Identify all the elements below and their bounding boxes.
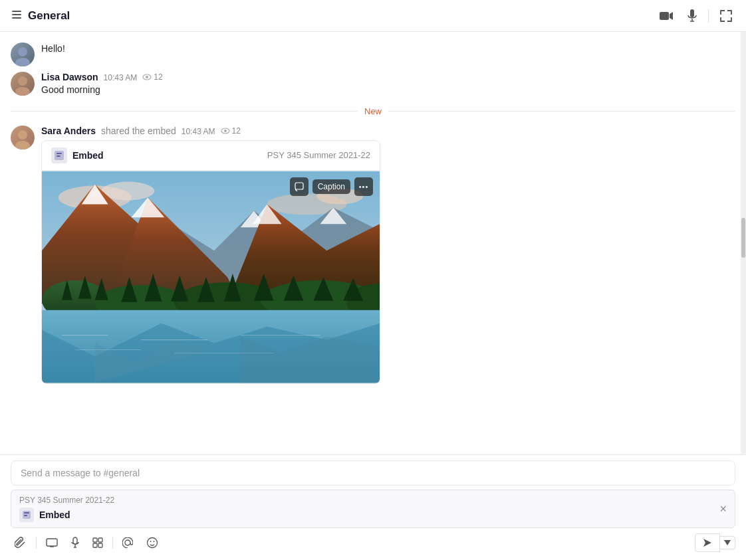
new-label: New [358, 106, 388, 116]
svg-rect-3 [660, 12, 669, 20]
svg-marker-82 [724, 540, 731, 545]
message-text: Good morning [41, 84, 735, 97]
svg-rect-74 [98, 538, 102, 542]
page-title: General [28, 9, 70, 23]
svg-rect-62 [295, 183, 303, 189]
toolbar-right [695, 533, 735, 552]
new-messages-divider: New [11, 106, 735, 116]
svg-point-80 [154, 541, 155, 542]
header-actions [656, 6, 735, 26]
svg-rect-75 [93, 543, 97, 547]
shared-label: shared the embed [101, 126, 176, 136]
svg-point-17 [224, 130, 227, 132]
list-item: Hello! [0, 40, 746, 69]
screen-button[interactable] [42, 535, 62, 550]
comment-button[interactable] [290, 177, 309, 196]
svg-rect-66 [24, 515, 27, 516]
embed-preview-title: Embed [39, 510, 70, 520]
message-content: Lisa Dawson 10:43 AM 12 Good morning [41, 72, 735, 97]
header-left: General [11, 9, 70, 23]
embed-header: Embed PSY 345 Summer 2021-22 [42, 141, 380, 171]
image-overlay: Caption ••• [290, 177, 373, 196]
svg-rect-76 [98, 543, 102, 547]
eye-icon [142, 74, 152, 80]
svg-point-15 [15, 141, 30, 149]
message-meta: Lisa Dawson 10:43 AM 12 [41, 72, 735, 82]
svg-rect-19 [57, 153, 62, 154]
message-input[interactable]: Send a message to #general [11, 460, 735, 486]
svg-point-13 [146, 76, 148, 78]
svg-point-10 [18, 76, 27, 86]
avatar [11, 126, 35, 149]
input-area: Send a message to #general PSY 345 Summe… [0, 454, 746, 560]
avatar [11, 43, 35, 66]
embed-header-left: Embed [51, 147, 104, 163]
embed-preview-row: Embed [19, 508, 114, 522]
header: General [0, 0, 746, 32]
caption-button[interactable]: Caption [312, 179, 350, 194]
avatar [11, 72, 35, 96]
embed-icon [51, 147, 67, 163]
list-item: Lisa Dawson 10:43 AM 12 Good morning [0, 69, 746, 100]
svg-point-14 [18, 130, 27, 140]
message-author: Lisa Dawson [41, 72, 98, 82]
scroll-thumb [741, 218, 745, 258]
view-count: 12 [154, 72, 162, 82]
svg-rect-5 [690, 9, 694, 17]
embed-card: Embed PSY 345 Summer 2021-22 [41, 140, 380, 384]
mic-toolbar-button[interactable] [67, 534, 83, 551]
send-dropdown-button[interactable] [720, 536, 735, 549]
svg-point-11 [15, 87, 30, 96]
toolbar-divider-1 [36, 537, 37, 549]
input-placeholder: Send a message to #general [21, 468, 140, 478]
channel-icon [11, 9, 23, 23]
apps-button[interactable] [88, 535, 107, 551]
eye-icon [221, 128, 230, 134]
video-button[interactable] [656, 8, 676, 24]
expand-button[interactable] [717, 7, 735, 25]
attachment-button[interactable] [11, 534, 31, 551]
mic-button[interactable] [684, 6, 700, 26]
embed-image-wrapper: Caption ••• [42, 171, 380, 383]
svg-point-8 [18, 47, 27, 56]
message-time: 10:43 AM [104, 73, 138, 82]
svg-rect-20 [57, 155, 61, 157]
message-content: Sara Anders shared the embed 10:43 AM 12… [41, 126, 735, 384]
messages-area: Hello! Lisa Dawson 10:43 AM 12 Good morn… [0, 32, 746, 454]
emoji-button[interactable] [142, 534, 162, 551]
message-content: Hello! [41, 43, 735, 56]
mention-button[interactable] [118, 535, 137, 551]
divider-line-right [388, 111, 735, 112]
svg-rect-67 [47, 539, 57, 546]
embed-preview: PSY 345 Summer 2021-22 Embed × [11, 490, 735, 528]
send-button[interactable] [695, 533, 720, 552]
message-views: 12 [221, 126, 241, 136]
more-button[interactable]: ••• [354, 177, 373, 196]
scrollbar[interactable] [741, 32, 746, 454]
view-count: 12 [232, 126, 241, 136]
message-views: 12 [142, 72, 162, 82]
svg-rect-0 [12, 11, 21, 12]
toolbar-divider-2 [112, 537, 113, 549]
svg-rect-70 [73, 537, 77, 544]
svg-marker-4 [670, 12, 673, 20]
list-item: Sara Anders shared the embed 10:43 AM 12… [0, 123, 746, 387]
message-text: Hello! [41, 43, 735, 56]
embed-image [42, 171, 380, 383]
toolbar-left [11, 534, 162, 551]
svg-point-78 [148, 538, 158, 548]
embed-preview-icon [19, 508, 34, 522]
svg-rect-73 [93, 538, 97, 542]
svg-rect-2 [12, 17, 21, 19]
embed-title: Embed [72, 150, 104, 161]
close-embed-button[interactable]: × [719, 503, 727, 515]
embed-preview-course: PSY 345 Summer 2021-22 [19, 496, 114, 505]
header-divider [708, 9, 709, 23]
message-time: 10:43 AM [182, 127, 215, 136]
message-meta: Sara Anders shared the embed 10:43 AM 12 [41, 126, 735, 136]
svg-point-77 [125, 540, 130, 545]
input-toolbar [11, 532, 735, 553]
svg-point-79 [150, 541, 152, 542]
svg-rect-65 [24, 512, 29, 513]
svg-point-9 [15, 58, 30, 66]
